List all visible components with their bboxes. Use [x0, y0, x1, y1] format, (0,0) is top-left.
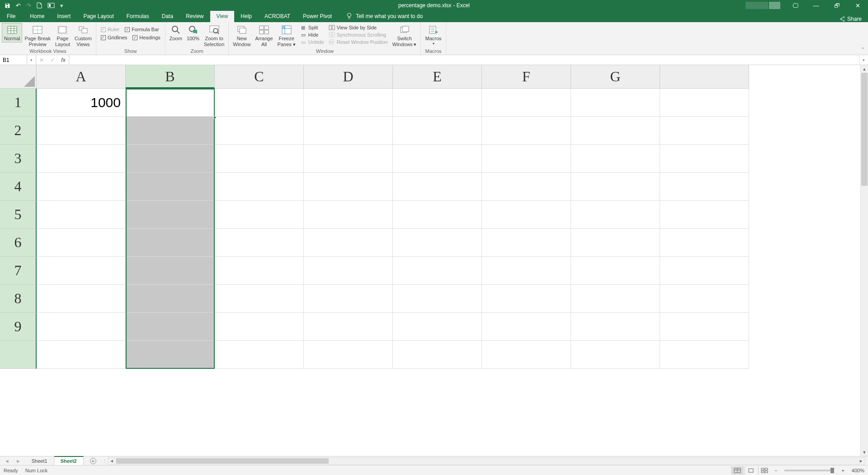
cell-E2[interactable]: [393, 117, 482, 145]
cell-G1[interactable]: [571, 89, 660, 117]
cell-B8[interactable]: [126, 285, 215, 313]
undo-button[interactable]: ↶: [16, 2, 21, 9]
cell-G5[interactable]: [571, 201, 660, 229]
cell-D5[interactable]: [304, 201, 393, 229]
cell-E1[interactable]: [393, 89, 482, 117]
cell-B5[interactable]: [126, 201, 215, 229]
col-header-A[interactable]: A: [37, 65, 126, 89]
tell-me-search[interactable]: Tell me what you want to do: [338, 10, 429, 22]
formula-bar-checkbox[interactable]: ✓Formula Bar: [122, 26, 162, 33]
close-button[interactable]: ✕: [847, 0, 868, 11]
cell-C1[interactable]: [215, 89, 304, 117]
row-header-9[interactable]: 9: [0, 313, 37, 341]
row-header-1[interactable]: 1: [0, 89, 37, 117]
cell-D6[interactable]: [304, 229, 393, 257]
sheet-grid[interactable]: A B C D E F G 1 1000 2: [0, 65, 749, 369]
cell-A3[interactable]: [37, 145, 126, 173]
zoom-to-selection-button[interactable]: Zoom to Selection: [202, 23, 226, 48]
cell-F9[interactable]: [482, 313, 571, 341]
hide-button[interactable]: ▭Hide: [298, 31, 326, 38]
formula-input[interactable]: [69, 55, 859, 65]
scroll-right-button[interactable]: ►: [857, 459, 865, 463]
cell-A4[interactable]: [37, 173, 126, 201]
sheet-tab-sheet2[interactable]: Sheet2: [54, 456, 84, 465]
normal-view-status-button[interactable]: [731, 466, 744, 475]
select-all-triangle[interactable]: [0, 65, 37, 89]
page-break-status-button[interactable]: [758, 466, 771, 475]
cell-E9[interactable]: [393, 313, 482, 341]
cell-A2[interactable]: [37, 117, 126, 145]
row-header-7[interactable]: 7: [0, 257, 37, 285]
scroll-up-button[interactable]: ▲: [861, 65, 868, 73]
save-icon[interactable]: [5, 3, 10, 9]
cell-G8[interactable]: [571, 285, 660, 313]
cell-E4[interactable]: [393, 173, 482, 201]
page-break-preview-button[interactable]: Page Break Preview: [22, 23, 52, 48]
sheet-nav-next[interactable]: ►: [16, 458, 21, 464]
qat-more-icon[interactable]: ▾: [60, 2, 63, 9]
cell-F1[interactable]: [482, 89, 571, 117]
tab-help[interactable]: Help: [234, 11, 258, 22]
cell-G6[interactable]: [571, 229, 660, 257]
cell-F5[interactable]: [482, 201, 571, 229]
horizontal-scrollbar[interactable]: ◄ ►: [108, 457, 865, 465]
cell-A1[interactable]: 1000: [37, 89, 126, 117]
cell-D3[interactable]: [304, 145, 393, 173]
scroll-left-button[interactable]: ◄: [108, 459, 116, 463]
cell-D7[interactable]: [304, 257, 393, 285]
col-header-B[interactable]: B: [126, 65, 215, 89]
col-header-D[interactable]: D: [304, 65, 393, 89]
cell-F6[interactable]: [482, 229, 571, 257]
cell-E8[interactable]: [393, 285, 482, 313]
cell-G9[interactable]: [571, 313, 660, 341]
zoom-level[interactable]: 400%: [848, 468, 864, 473]
cell-D1[interactable]: [304, 89, 393, 117]
cell-A8[interactable]: [37, 285, 126, 313]
row-header-3[interactable]: 3: [0, 145, 37, 173]
col-header-G[interactable]: G: [571, 65, 660, 89]
cell-F8[interactable]: [482, 285, 571, 313]
cell-E6[interactable]: [393, 229, 482, 257]
collapse-ribbon-button[interactable]: ˄: [862, 47, 864, 53]
sheet-nav-prev[interactable]: ◄: [5, 458, 9, 464]
share-button[interactable]: Share: [839, 16, 868, 22]
name-box-dropdown[interactable]: ▾: [27, 55, 36, 65]
cell-C4[interactable]: [215, 173, 304, 201]
zoom-slider[interactable]: [784, 470, 834, 471]
cell-A6[interactable]: [37, 229, 126, 257]
sheet-tab-sheet1[interactable]: Sheet1: [25, 457, 54, 465]
cell-C9[interactable]: [215, 313, 304, 341]
cell-G4[interactable]: [571, 173, 660, 201]
gridlines-checkbox[interactable]: ✓Gridlines: [98, 34, 130, 41]
page-layout-view-button[interactable]: Page Layout: [53, 23, 72, 48]
cell-D9[interactable]: [304, 313, 393, 341]
col-header-F[interactable]: F: [482, 65, 571, 89]
cell-A7[interactable]: [37, 257, 126, 285]
cell-E5[interactable]: [393, 201, 482, 229]
cell-D4[interactable]: [304, 173, 393, 201]
cell-C2[interactable]: [215, 117, 304, 145]
tab-split-handle[interactable]: ⋮: [103, 458, 105, 463]
headings-checkbox[interactable]: ✓Headings: [130, 34, 163, 41]
vertical-scrollbar[interactable]: ▲ ▼: [860, 65, 868, 456]
cell-F2[interactable]: [482, 117, 571, 145]
cell-C6[interactable]: [215, 229, 304, 257]
cell-B9[interactable]: [126, 313, 215, 341]
freeze-panes-button[interactable]: Freeze Panes ▾: [275, 23, 298, 48]
cell-B6[interactable]: [126, 229, 215, 257]
cell-C8[interactable]: [215, 285, 304, 313]
cell-D8[interactable]: [304, 285, 393, 313]
cell-G2[interactable]: [571, 117, 660, 145]
cell-G3[interactable]: [571, 145, 660, 173]
tab-insert[interactable]: Insert: [51, 11, 77, 22]
zoom-out-button[interactable]: −: [772, 468, 780, 473]
tab-review[interactable]: Review: [179, 11, 210, 22]
tab-file[interactable]: File: [0, 11, 24, 22]
cell-A5[interactable]: [37, 201, 126, 229]
col-header-E[interactable]: E: [393, 65, 482, 89]
col-header-C[interactable]: C: [215, 65, 304, 89]
normal-view-button[interactable]: Normal: [2, 23, 22, 42]
new-window-button[interactable]: New Window: [231, 23, 253, 48]
account-area[interactable]: [745, 2, 780, 9]
cell-G7[interactable]: [571, 257, 660, 285]
